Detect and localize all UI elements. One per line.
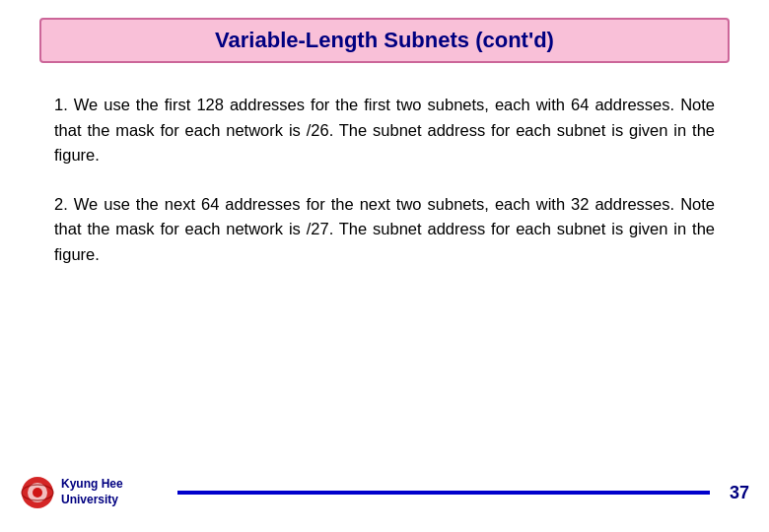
paragraph-1: 1. We use the first 128 addresses for th… <box>54 93 715 168</box>
content-area: 1. We use the first 128 addresses for th… <box>0 63 769 267</box>
slide-title: Variable-Length Subnets (cont'd) <box>215 28 554 52</box>
svg-point-2 <box>33 488 42 498</box>
bottom-bar: Kyung Hee University 37 <box>0 475 769 510</box>
university-logo-icon <box>20 475 55 510</box>
title-bar: Variable-Length Subnets (cont'd) <box>39 18 730 63</box>
bottom-line <box>177 491 710 495</box>
university-name: Kyung Hee University <box>61 477 123 507</box>
page-number: 37 <box>720 483 749 503</box>
slide: Variable-Length Subnets (cont'd) 1. We u… <box>0 18 769 532</box>
paragraph-2: 2. We use the next 64 addresses for the … <box>54 192 715 268</box>
logo-area: Kyung Hee University <box>20 475 168 510</box>
